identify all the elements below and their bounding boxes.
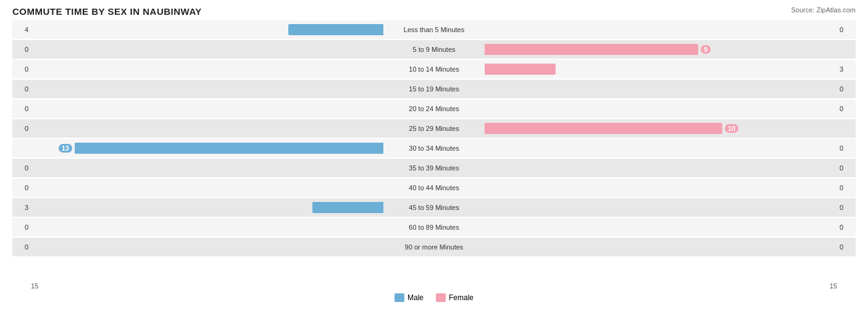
legend: Male Female [12,293,856,302]
x-axis-min: 15 [31,282,38,290]
row-label: 35 to 39 Minutes [385,164,483,172]
left-value: 0 [12,105,31,112]
row-label: Less than 5 Minutes [385,26,483,33]
bars-section: 15 to 19 Minutes [31,80,837,98]
male-bar-area [31,161,385,175]
male-bar-area [31,82,385,96]
right-value: 0 [837,164,856,172]
right-value: 0 [837,224,856,231]
source-label: Source: ZipAtlas.com [791,6,856,14]
bars-section: Less than 5 Minutes [31,20,837,39]
chart-row: 3 45 to 59 Minutes 0 [12,198,856,217]
bars-section: 20 to 24 Minutes [31,99,837,118]
female-bar [485,44,698,55]
right-value: 0 [837,204,856,211]
legend-female: Female [436,293,474,302]
female-bar-area [483,220,837,234]
left-value: 0 [12,184,31,191]
bars-section: 90 or more Minutes [31,238,837,256]
female-bar-area [483,82,837,96]
female-swatch [436,293,446,302]
bars-section: 60 to 89 Minutes [31,218,837,237]
male-bar-area [31,122,385,135]
male-bar [312,202,383,213]
right-value: 3 [837,65,856,73]
male-bar-area [31,102,385,115]
female-bar-area [483,141,837,155]
bars-section: 25 to 29 Minutes 10 [31,119,837,138]
chart-row: 0 5 to 9 Minutes 9 [12,40,856,59]
bars-section: 10 to 14 Minutes [31,60,837,78]
female-outside-val: 9 [701,45,711,54]
male-outside-val: 13 [59,144,72,153]
bars-section: 5 to 9 Minutes 9 [31,40,837,59]
female-bar-area [483,181,837,195]
male-bar [75,143,383,154]
left-value: 0 [12,65,31,73]
left-value: 0 [12,85,31,93]
bars-section: 35 to 39 Minutes [31,159,837,177]
row-label: 40 to 44 Minutes [385,184,483,191]
legend-male: Male [394,293,424,302]
male-bar-area [31,62,385,76]
female-bar-area [483,62,837,76]
right-value: 0 [837,105,856,112]
bars-section: 45 to 59 Minutes [31,198,837,217]
female-outside-val: 10 [725,124,738,133]
male-bar-area: 13 [31,141,385,155]
chart-container: COMMUTE TIME BY SEX IN NAUBINWAY Source:… [0,0,868,323]
right-value: 0 [837,243,856,251]
bars-section: 40 to 44 Minutes [31,178,837,197]
female-bar-area [483,240,837,254]
male-bar-area [31,201,385,214]
female-bar-area [483,23,837,36]
chart-row: 0 20 to 24 Minutes 0 [12,99,856,118]
female-bar-area [483,102,837,115]
x-axis-max: 15 [830,282,837,290]
row-label: 5 to 9 Minutes [385,46,483,53]
chart-row: 0 40 to 44 Minutes 0 [12,178,856,197]
chart-row: 0 15 to 19 Minutes 0 [12,80,856,98]
chart-row: 0 10 to 14 Minutes 3 [12,60,856,78]
right-value: 0 [837,145,856,152]
left-value: 0 [12,46,31,53]
male-swatch [394,293,404,302]
row-label: 60 to 89 Minutes [385,224,483,231]
male-bar [288,24,383,35]
left-value: 0 [12,125,31,132]
row-label: 45 to 59 Minutes [385,204,483,211]
right-value: 0 [837,85,856,93]
chart-row: 4 Less than 5 Minutes 0 [12,20,856,39]
female-bar [485,64,556,75]
male-label: Male [407,293,424,302]
chart-row: 0 90 or more Minutes 0 [12,238,856,256]
row-label: 20 to 24 Minutes [385,105,483,112]
female-bar-area: 9 [483,43,837,56]
chart-row: 0 25 to 29 Minutes 10 [12,119,856,138]
row-label: 30 to 34 Minutes [385,145,483,152]
female-label: Female [449,293,474,302]
chart-row: 0 60 to 89 Minutes 0 [12,218,856,237]
left-value: 3 [12,204,31,211]
row-label: 15 to 19 Minutes [385,85,483,93]
right-value: 0 [837,26,856,33]
female-bar [485,123,722,134]
chart-row: 13 30 to 34 Minutes 0 [12,139,856,157]
row-label: 90 or more Minutes [385,243,483,251]
male-bar-area [31,181,385,195]
row-label: 25 to 29 Minutes [385,125,483,132]
chart-title: COMMUTE TIME BY SEX IN NAUBINWAY [12,6,856,17]
left-value: 4 [12,26,31,33]
row-label: 10 to 14 Minutes [385,65,483,73]
male-bar-area [31,43,385,56]
bars-section: 13 30 to 34 Minutes [31,139,837,157]
female-bar-area [483,161,837,175]
left-value: 0 [12,243,31,251]
right-value: 0 [837,184,856,191]
male-bar-area [31,240,385,254]
x-axis: 15 15 [12,280,856,290]
chart-area: 4 Less than 5 Minutes 0 0 5 to 9 Minutes… [12,20,856,280]
female-bar-area [483,201,837,214]
left-value: 0 [12,224,31,231]
chart-row: 0 35 to 39 Minutes 0 [12,159,856,177]
